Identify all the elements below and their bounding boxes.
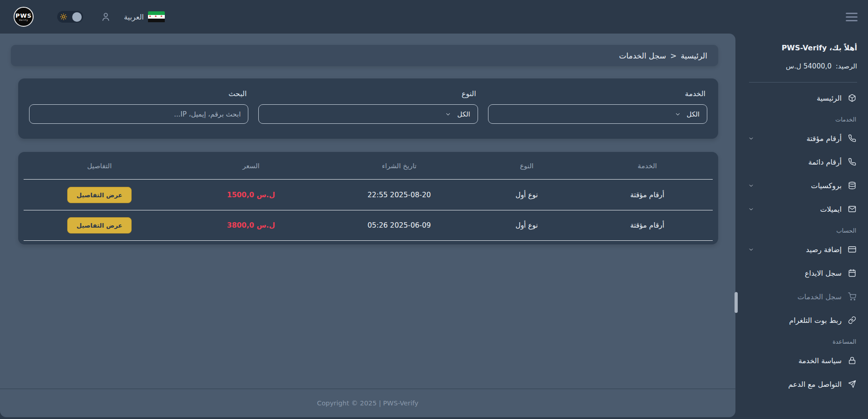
footer: Copyright © 2025 | PWS-Verify [0,389,735,417]
breadcrumb-current: سجل الخدمات [619,51,666,60]
breadcrumb: الرئيسية > سجل الخدمات [11,45,718,66]
cell-details: عرض التفاصيل [24,217,175,234]
welcome-text: أهلاً بك، PWS-Verify [746,44,857,52]
sidebar-item-label: ربط بوت التلغرام [789,316,842,325]
database-icon [848,181,856,190]
cell-type: نوع أول [472,221,582,229]
filter-label: الخدمة [488,89,705,98]
cell-price: 1500,0 ل.س [175,191,327,199]
balance-value: 54000,0 ل.س [786,62,832,70]
table-header-row: الخدمةالنوعتاريخ الشراءالسعرالتفاصيل [24,152,713,179]
chevron-down-icon [675,111,681,117]
logo-text: PWS [15,13,32,19]
sidebar-scrollbar-thumb[interactable] [735,292,738,313]
select-value: الكل [457,110,470,118]
theme-toggle[interactable] [57,11,83,23]
filter-label: البحث [29,89,247,98]
sidebar-item[interactable]: ايميلات [735,197,868,221]
sidebar-menu: الرئيسيةالخدماتأرقام مؤقتةأرقام دائمةبرو… [735,86,868,396]
toggle-knob [72,12,82,22]
services-table: الخدمةالنوعتاريخ الشراءالسعرالتفاصيل أرق… [18,152,718,244]
menu-hamburger-icon[interactable] [844,11,859,23]
phone-icon [848,134,856,142]
sidebar-item-label: التواصل مع الدعم [788,380,842,389]
chevron-down-icon [445,111,451,117]
sidebar-item-label: إضافة رصيد [806,245,842,254]
sidebar-item[interactable]: الرئيسية [735,86,868,110]
sidebar-item[interactable]: ربط بوت التلغرام [735,308,868,332]
main-content: الرئيسية > سجل الخدمات الخدمةالكلالنوعال… [0,34,735,417]
logo-subtext: Verify [19,19,28,21]
filter-label: النوع [258,89,476,98]
table-column-header: التفاصيل [24,162,175,170]
copyright-text: Copyright © 2025 | PWS-Verify [317,400,418,407]
link-icon [848,316,856,324]
sidebar-item[interactable]: إضافة رصيد [735,238,868,261]
table-column-header: السعر [175,162,327,170]
sidebar-item[interactable]: أرقام دائمة [735,150,868,174]
filters-panel: الخدمةالكلالنوعالكلالبحث [18,78,718,139]
select-value: الكل [687,110,700,118]
sidebar-section-label: المساعدة [735,338,868,345]
top-navbar: PWS Verify العربية ★ ★ ★ [0,0,868,34]
search-input[interactable] [29,104,248,124]
pws-logo[interactable]: PWS Verify [14,7,34,27]
sidebar-item[interactable]: التواصل مع الدعم [735,372,868,396]
cell-purchase-date: 2025-08-20 22:55 [327,191,472,199]
sidebar-section-label: الخدمات [735,116,868,123]
sidebar-divider [749,82,857,83]
table-column-header: تاريخ الشراء [327,162,472,170]
cell-purchase-date: 2025-06-09 05:26 [327,221,472,229]
sidebar: أهلاً بك، PWS-Verify الرصيد: 54000,0 ل.س… [735,34,868,419]
show-details-button[interactable]: عرض التفاصيل [67,187,131,203]
cell-price: 3800,0 ل.س [175,221,327,229]
chevron-down-icon [748,206,754,212]
cell-service: أرقام مؤقتة [582,221,713,229]
syria-flag-icon: ★ ★ ★ [148,11,165,23]
credit-card-icon [848,245,856,253]
sidebar-item[interactable]: بروكسيات [735,174,868,197]
user-icon[interactable] [100,11,111,22]
cart-icon [848,292,856,301]
package-icon [848,94,856,102]
sidebar-item-label: بروكسيات [811,181,842,190]
service-select[interactable]: الكل [488,104,707,124]
sidebar-item-label: أرقام مؤقتة [806,134,842,143]
sidebar-item-label: الرئيسية [817,94,842,102]
calendar-icon [848,269,856,277]
table-column-header: النوع [472,162,582,170]
filter-field: الخدمةالكل [488,89,707,124]
sidebar-item[interactable]: سياسة الخدمة [735,349,868,372]
filter-field: النوعالكل [258,89,478,124]
chevron-down-icon [748,183,754,189]
table-row: أرقام مؤقتةنوع أول2025-08-20 22:551500,0… [24,179,713,210]
send-icon [848,380,856,388]
breadcrumb-home-link[interactable]: الرئيسية [681,51,707,60]
sidebar-item-label: سجل الايداع [805,269,842,278]
type-select[interactable]: الكل [258,104,478,124]
sidebar-item-label: ايميلات [820,205,842,214]
show-details-button[interactable]: عرض التفاصيل [67,217,131,234]
language-selector[interactable]: العربية ★ ★ ★ [124,11,165,23]
sidebar-item-label: سجل الخدمات [798,292,842,301]
sidebar-item-label: أرقام دائمة [808,158,842,166]
sidebar-item[interactable]: أرقام مؤقتة [735,127,868,150]
chevron-down-icon [748,247,754,253]
mail-icon [848,205,856,213]
cell-type: نوع أول [472,191,582,199]
chevron-down-icon [748,136,754,141]
table-row: أرقام مؤقتةنوع أول2025-06-09 05:263800,0… [24,210,713,241]
lock-icon [848,356,856,365]
sidebar-item[interactable]: سجل الايداع [735,261,868,285]
sidebar-item[interactable]: سجل الخدمات [735,285,868,308]
sun-icon [60,13,67,20]
language-label: العربية [124,13,144,21]
filter-field: البحث [29,89,248,124]
table-column-header: الخدمة [582,162,713,170]
sidebar-section-label: الحساب [735,227,868,234]
cell-service: أرقام مؤقتة [582,191,713,199]
cell-details: عرض التفاصيل [24,187,175,203]
sidebar-item-label: سياسة الخدمة [799,356,842,365]
table-body: أرقام مؤقتةنوع أول2025-08-20 22:551500,0… [24,179,713,241]
phone-icon [848,158,856,166]
